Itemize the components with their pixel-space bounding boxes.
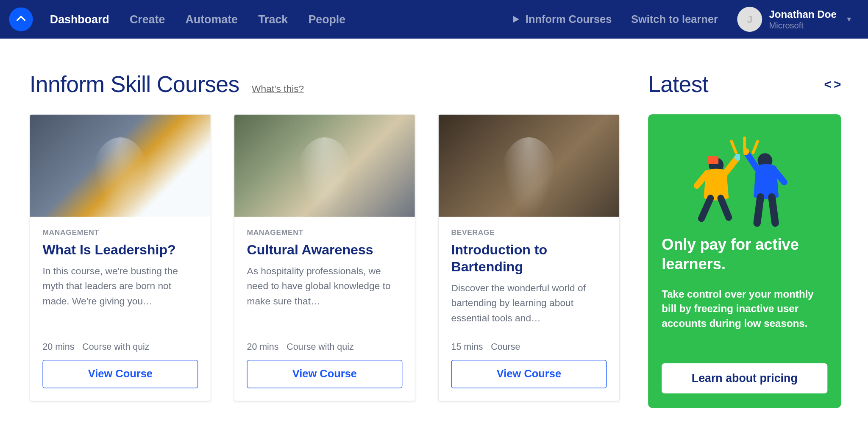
section-title: Innform Skill Courses	[30, 72, 239, 97]
carousel-prev[interactable]: <	[824, 77, 832, 92]
person-right-icon	[743, 145, 795, 230]
course-card: MANAGEMENT Cultural Awareness As hospita…	[234, 114, 415, 401]
course-card: BEVERAGE Introduction to Bartending Disc…	[438, 114, 620, 401]
carousel-next[interactable]: >	[834, 77, 841, 92]
innform-courses-link[interactable]: Innform Courses	[512, 13, 612, 25]
course-meta: 20 mins Course with quiz	[247, 342, 402, 352]
cards-row: MANAGEMENT What Is Leadership? In this c…	[30, 114, 626, 401]
course-description: As hospitality professionals, we need to…	[247, 264, 402, 309]
course-thumbnail	[234, 114, 415, 217]
course-type: Course with quiz	[287, 342, 353, 352]
user-menu[interactable]: J Jonathan Doe Microsoft ▼	[737, 7, 852, 32]
promo-text: Take control over your monthly bill by f…	[662, 287, 827, 331]
avatar: J	[737, 7, 762, 32]
whats-this-link[interactable]: What's this?	[252, 84, 304, 95]
course-category: BEVERAGE	[451, 228, 607, 237]
play-icon	[512, 15, 520, 23]
user-name: Jonathan Doe	[769, 8, 836, 20]
view-course-button[interactable]: View Course	[247, 360, 402, 388]
view-course-button[interactable]: View Course	[42, 360, 198, 388]
latest-section: Latest < >	[648, 72, 841, 408]
courses-section: Innform Skill Courses What's this? MANAG…	[30, 72, 626, 408]
latest-title: Latest	[648, 72, 708, 97]
nav-create[interactable]: Create	[130, 13, 165, 26]
nav-dashboard[interactable]: Dashboard	[50, 13, 109, 26]
course-description: Discover the wonderful world of bartendi…	[451, 281, 607, 326]
course-thumbnail	[30, 114, 211, 217]
course-meta: 20 mins Course with quiz	[42, 342, 198, 352]
innform-courses-label: Innform Courses	[526, 13, 612, 25]
logo[interactable]	[9, 7, 33, 31]
latest-head: Latest < >	[648, 72, 841, 97]
course-type: Course with quiz	[82, 342, 149, 352]
nav-people[interactable]: People	[308, 13, 345, 26]
promo-card: Only pay for active learners. Take contr…	[648, 114, 841, 408]
content: Innform Skill Courses What's this? MANAG…	[0, 39, 868, 431]
main-nav: Dashboard Create Automate Track People	[50, 13, 345, 26]
user-org: Microsoft	[769, 20, 836, 30]
promo-title: Only pay for active learners.	[662, 236, 827, 274]
carousel-controls: < >	[824, 77, 841, 92]
course-category: MANAGEMENT	[42, 228, 198, 237]
app-header: Dashboard Create Automate Track People I…	[0, 0, 868, 39]
learn-about-pricing-button[interactable]: Learn about pricing	[662, 363, 827, 393]
nav-track[interactable]: Track	[258, 13, 288, 26]
promo-illustration	[662, 127, 827, 229]
course-thumbnail	[439, 114, 619, 217]
switch-to-learner-link[interactable]: Switch to learner	[631, 13, 718, 25]
course-title: Cultural Awareness	[247, 241, 402, 258]
course-category: MANAGEMENT	[247, 228, 402, 237]
course-title: What Is Leadership?	[42, 241, 198, 258]
person-left-icon	[689, 149, 740, 229]
svg-rect-4	[707, 156, 718, 164]
course-description: In this course, we're busting the myth t…	[42, 264, 198, 309]
course-card: MANAGEMENT What Is Leadership? In this c…	[30, 114, 211, 401]
user-text: Jonathan Doe Microsoft	[769, 8, 836, 30]
section-head: Innform Skill Courses What's this?	[30, 72, 626, 97]
course-title: Introduction to Bartending	[451, 241, 607, 275]
course-type: Course	[491, 342, 520, 352]
nav-automate[interactable]: Automate	[185, 13, 238, 26]
course-duration: 20 mins	[42, 342, 74, 352]
course-duration: 15 mins	[451, 342, 483, 352]
course-meta: 15 mins Course	[451, 342, 607, 352]
chevron-down-icon: ▼	[846, 15, 852, 23]
view-course-button[interactable]: View Course	[451, 360, 607, 388]
course-duration: 20 mins	[247, 342, 278, 352]
header-right: Innform Courses Switch to learner J Jona…	[512, 7, 852, 32]
home-icon	[15, 14, 27, 25]
